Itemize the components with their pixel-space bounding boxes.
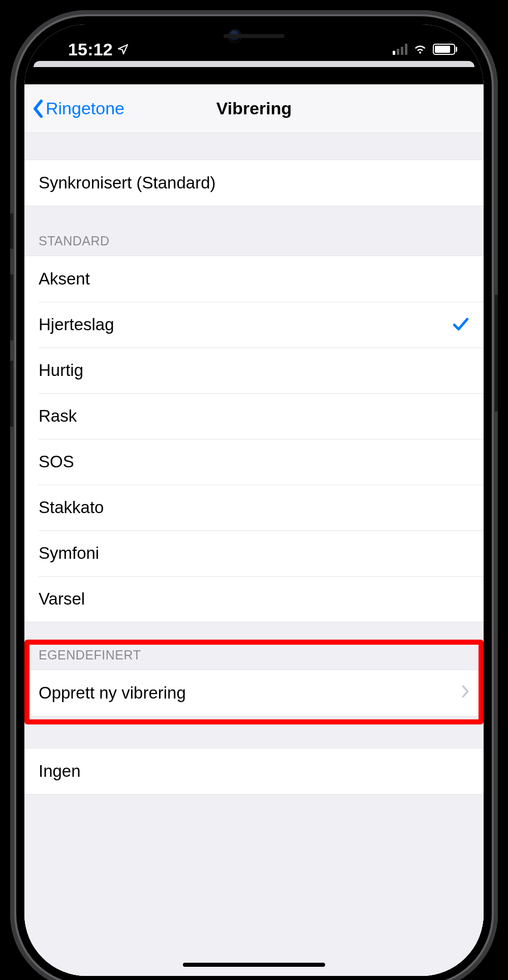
- section-header-custom: Egendefinert: [24, 648, 484, 670]
- row-vibration-symfoni[interactable]: Symfoni: [24, 530, 484, 576]
- cellular-icon: [393, 44, 407, 55]
- row-vibration-hurtig[interactable]: Hurtig: [24, 347, 484, 393]
- sheet: Ringetone Vibrering Synkronisert (Standa…: [24, 84, 484, 976]
- row-vibration-varsel[interactable]: Varsel: [24, 576, 484, 622]
- row-label: Hjerteslag: [39, 315, 452, 334]
- location-icon: [117, 40, 129, 59]
- back-label: Ringetone: [46, 99, 124, 118]
- row-label: Hurtig: [39, 361, 469, 380]
- phone-frame: 15:12: [10, 10, 498, 980]
- row-label: SOS: [39, 452, 469, 471]
- notch: [165, 24, 343, 48]
- background-sheet-edge: [34, 61, 474, 67]
- row-label: Opprett ny vibrering: [39, 683, 461, 703]
- section-header-standard: Standard: [24, 234, 484, 256]
- chevron-left-icon: [33, 100, 44, 118]
- home-indicator[interactable]: [183, 963, 325, 967]
- screen: 15:12: [24, 24, 484, 976]
- row-label: Aksent: [39, 269, 469, 289]
- row-label: Symfoni: [39, 544, 469, 563]
- row-default-sync[interactable]: Synkronisert (Standard): [24, 160, 484, 206]
- row-label: Synkronisert (Standard): [39, 173, 469, 193]
- row-label: Rask: [39, 406, 469, 426]
- row-none[interactable]: Ingen: [24, 748, 484, 794]
- row-create-vibration[interactable]: Opprett ny vibrering: [24, 670, 484, 716]
- page-title: Vibrering: [216, 99, 292, 118]
- row-vibration-sos[interactable]: SOS: [24, 439, 484, 485]
- wifi-icon: [412, 43, 428, 56]
- row-label: Varsel: [39, 589, 469, 609]
- row-vibration-stakkato[interactable]: Stakkato: [24, 485, 484, 530]
- battery-icon: [433, 44, 455, 55]
- row-label: Stakkato: [39, 498, 469, 517]
- row-vibration-hjerteslag[interactable]: Hjerteslag: [24, 302, 484, 347]
- chevron-right-icon: [461, 683, 469, 703]
- navigation-bar: Ringetone Vibrering: [24, 84, 484, 133]
- row-vibration-aksent[interactable]: Aksent: [24, 256, 484, 302]
- checkmark-icon: [452, 313, 469, 336]
- back-button[interactable]: Ringetone: [25, 99, 132, 118]
- content[interactable]: Synkronisert (Standard) Standard AksentH…: [24, 133, 484, 976]
- status-time: 15:12: [68, 40, 113, 59]
- row-label: Ingen: [39, 762, 469, 781]
- row-vibration-rask[interactable]: Rask: [24, 393, 484, 439]
